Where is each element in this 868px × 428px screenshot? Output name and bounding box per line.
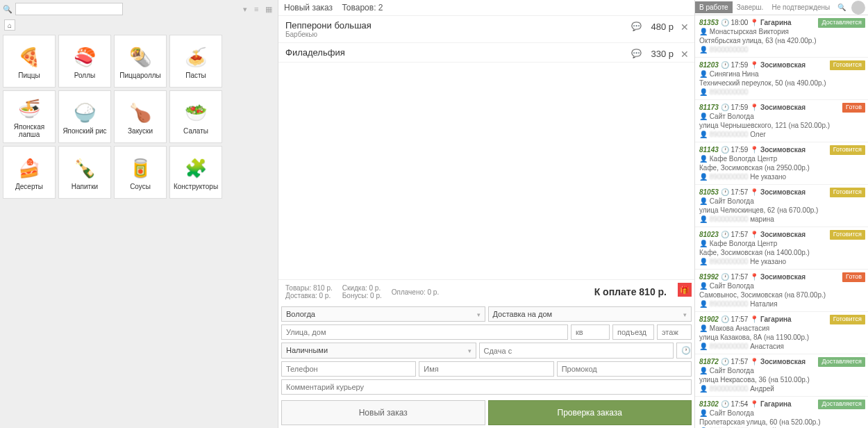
queue-order[interactable]: 81023 🕐 17:57 📍 Зосимовская👤 Кафе Вологд… <box>695 227 868 270</box>
order-item[interactable]: Пепперони большаяБарбекью💬480 р✕ <box>278 16 694 43</box>
comment-icon[interactable]: 💬 <box>631 49 642 58</box>
category-tile[interactable]: 🌯Пиццароллы <box>114 35 167 88</box>
category-tile[interactable]: 🍜Японская лапша <box>3 90 56 143</box>
order-id: 81902 <box>699 315 719 323</box>
totals-row: Товары: 810 р. Доставка: 0 р. Скидка: 0 … <box>278 279 694 304</box>
category-tile[interactable]: 🥗Салаты <box>169 90 222 143</box>
home-button[interactable]: ⌂ <box>4 19 15 31</box>
list-view-icon[interactable]: ≡ <box>254 5 264 13</box>
total-goods: Товары: 810 р. <box>285 284 333 292</box>
clock-icon: 🕐 <box>721 231 729 238</box>
category-tile[interactable]: 🧩Конструкторы <box>169 146 222 199</box>
gift-button[interactable]: 🎁 <box>678 283 692 297</box>
queue-order[interactable]: 81053 🕐 17:57 📍 Зосимовская👤 Сайт Вологд… <box>695 185 868 227</box>
location-icon: 📍 <box>750 104 758 111</box>
order-location: Зосимовская <box>760 146 806 154</box>
queue-order[interactable]: 81302 🕐 17:54 📍 Гагарина👤 Сайт ВологдаПр… <box>695 397 868 428</box>
category-label: Японская лапша <box>3 123 55 138</box>
avatar[interactable] <box>851 1 865 15</box>
queue-order[interactable]: 81992 🕐 17:57 📍 Зосимовская👤 Сайт Вологд… <box>695 270 868 312</box>
name-input[interactable] <box>419 361 553 377</box>
order-id: 81302 <box>699 400 719 408</box>
category-tile[interactable]: 🍾Напитки <box>58 146 111 199</box>
chevron-down-icon: ▾ <box>683 311 687 318</box>
entrance-input[interactable] <box>612 324 654 340</box>
category-icon: 🥫 <box>127 155 153 181</box>
location-icon: 📍 <box>750 231 758 238</box>
category-icon: 🧩 <box>183 155 209 181</box>
queue-order[interactable]: 81353 🕐 18:00 📍 Гагарина👤 Монастырская В… <box>695 15 868 58</box>
order-time: 17:57 <box>731 358 748 365</box>
clock-icon: 🕐 <box>721 146 729 154</box>
category-tile[interactable]: 🍰Десерты <box>3 146 56 199</box>
order-address: Октябрьская улица, 63 (на 420.00р.) <box>699 36 864 45</box>
queue-search-icon[interactable]: 🔍 <box>835 2 849 13</box>
order-contact: 👤 8900000000 марина <box>699 215 864 224</box>
order-customer: 👤 Сайт Вологда <box>699 409 864 418</box>
queue-order[interactable]: 81173 🕐 17:59 📍 Зосимовская👤 Сайт Вологд… <box>695 100 868 142</box>
order-header: Новый заказ Товаров: 2 <box>278 0 694 16</box>
order-address: улица Чернышевского, 121 (на 520.00р.) <box>699 121 864 130</box>
new-order-button[interactable]: Новый заказ <box>281 400 485 425</box>
queue-tabs: В работе Заверш. Не подтверждены 🔍 <box>695 0 868 15</box>
status-badge: Готов <box>842 103 865 113</box>
tab-unconfirmed[interactable]: Не подтверждены <box>767 1 834 13</box>
address-input[interactable] <box>281 324 568 340</box>
category-icon: 🍚 <box>72 99 98 126</box>
order-time: 17:57 <box>731 231 748 238</box>
order-id: 81173 <box>699 104 719 111</box>
order-address: Пролетарская улица, 60 (на 520.00р.) <box>699 418 864 427</box>
payment-select[interactable]: Наличными▾ <box>281 343 476 359</box>
order-location: Гагарина <box>760 19 792 26</box>
order-contact: 👤 8900000000 <box>699 88 864 97</box>
order-address: улица Некрасова, 36 (на 510.00р.) <box>699 375 864 384</box>
tab-done[interactable]: Заверш. <box>733 1 768 13</box>
queue-order[interactable]: 81143 🕐 17:59 📍 Зосимовская👤 Кафе Вологд… <box>695 142 868 185</box>
apartment-input[interactable] <box>571 324 610 340</box>
time-button[interactable]: 🕐 <box>676 343 692 359</box>
phone-input[interactable] <box>281 361 416 377</box>
delivery-type-select[interactable]: Доставка на дом▾ <box>488 306 692 322</box>
order-time: 17:57 <box>731 315 748 323</box>
order-location: Зосимовская <box>760 273 806 281</box>
floor-input[interactable] <box>657 324 692 340</box>
location-icon: 📍 <box>750 188 758 196</box>
clock-icon: 🕐 <box>721 315 729 323</box>
remove-item-button[interactable]: ✕ <box>681 49 689 60</box>
category-tile[interactable]: 🍣Роллы <box>58 35 111 88</box>
category-label: Конструкторы <box>174 183 218 190</box>
orders-list: 81353 🕐 18:00 📍 Гагарина👤 Монастырская В… <box>695 15 868 428</box>
order-time: 18:00 <box>731 19 748 26</box>
category-tile[interactable]: 🍝Пасты <box>169 35 222 88</box>
tab-in-work[interactable]: В работе <box>695 1 733 13</box>
comment-icon[interactable]: 💬 <box>631 22 642 31</box>
promo-input[interactable] <box>557 361 692 377</box>
grid-view-icon[interactable]: ▦ <box>265 5 275 13</box>
city-select[interactable]: Вологда▾ <box>281 306 485 322</box>
order-address: Кафе, Зосимовская (на 1400.00р.) <box>699 248 864 257</box>
check-order-button[interactable]: Проверка заказа <box>488 400 692 425</box>
category-icon: 🍣 <box>72 44 98 70</box>
order-customer: 👤 Синягина Нина <box>699 69 864 79</box>
order-customer: 👤 Кафе Вологда Центр <box>699 239 864 248</box>
change-input[interactable] <box>479 343 674 359</box>
category-tile[interactable]: 🍕Пиццы <box>3 35 56 88</box>
clock-icon: 🕐 <box>721 273 729 281</box>
order-item[interactable]: Филадельфия💬330 р✕ <box>278 43 694 63</box>
queue-order[interactable]: 81203 🕐 17:59 📍 Зосимовская👤 Синягина Ни… <box>695 58 868 100</box>
filter-icon[interactable]: ▾ <box>243 5 253 13</box>
category-tile[interactable]: 🍚Японский рис <box>58 90 111 143</box>
remove-item-button[interactable]: ✕ <box>681 22 689 33</box>
queue-order[interactable]: 81872 🕐 17:57 📍 Зосимовская👤 Сайт Вологд… <box>695 354 868 397</box>
status-badge: Доставляется <box>818 400 865 409</box>
category-search-input[interactable] <box>15 3 123 15</box>
category-label: Закуски <box>128 127 153 135</box>
location-icon: 📍 <box>750 400 758 408</box>
category-tile[interactable]: 🍗Закуски <box>114 90 167 143</box>
svg-text:🍝: 🍝 <box>185 46 208 68</box>
category-tile[interactable]: 🥫Соусы <box>114 146 167 199</box>
queue-order[interactable]: 81902 🕐 17:57 📍 Гагарина👤 Макова Анастас… <box>695 312 868 354</box>
comment-input[interactable] <box>281 379 692 395</box>
order-customer: 👤 Сайт Вологда <box>699 366 864 375</box>
categories-panel: 🔍 ▾ ≡ ▦ ⌂ 🍕Пиццы🍣Роллы🌯Пиццароллы🍝Пасты🍜… <box>0 0 278 428</box>
